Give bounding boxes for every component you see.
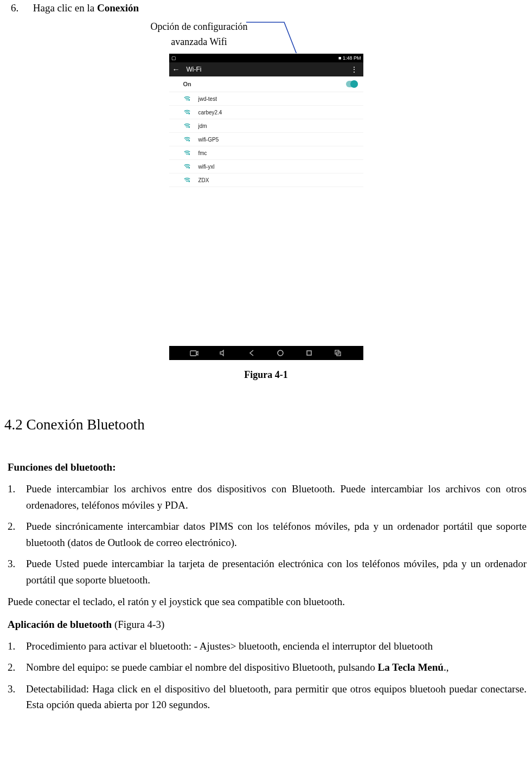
- bold-text: La Tecla Menú: [378, 662, 444, 673]
- network-name: fmc: [198, 150, 207, 156]
- wifi-icon: [183, 149, 191, 157]
- svg-point-8: [278, 350, 283, 356]
- screenshot-nav-icon[interactable]: [333, 349, 343, 357]
- network-name: jwd-test: [198, 96, 217, 102]
- list-item: 1.Puede intercambiar los archivos entre …: [8, 478, 527, 516]
- list-text: Puede intercambiar los archivos entre do…: [26, 481, 527, 513]
- network-row[interactable]: ZDX: [169, 174, 363, 187]
- list-item: 2.Puede sincrónicamente intercambiar dat…: [8, 516, 527, 553]
- on-label: On: [183, 81, 191, 87]
- home-nav-icon[interactable]: [275, 349, 285, 357]
- network-row[interactable]: wifi-GP5: [169, 133, 363, 146]
- wifi-icon: [183, 176, 191, 184]
- camera-nav-icon[interactable]: [189, 349, 199, 357]
- status-right: ■ 1:48 PM: [338, 55, 361, 61]
- list-text: Puede sincrónicamente intercambiar datos…: [26, 518, 527, 550]
- list-text: Puede Usted puede intercambiar la tarjet…: [26, 556, 527, 588]
- svg-rect-9: [307, 351, 311, 355]
- network-name: wifi-GP5: [198, 137, 219, 143]
- wifi-icon: [183, 122, 191, 130]
- wifi-icon: [183, 163, 191, 170]
- list-number: 3.: [8, 556, 26, 588]
- funciones-heading: Funciones del bluetooth:: [8, 459, 527, 475]
- keyboard-paragraph: Puede conectar el teclado, el ratón y el…: [8, 594, 527, 609]
- svg-rect-6: [188, 181, 189, 182]
- aplicacion-heading-rest: (Figura 4-3): [112, 619, 164, 630]
- network-row[interactable]: carbey2.4: [169, 106, 363, 119]
- annotation-line1: Opción de configuración: [151, 21, 248, 32]
- svg-rect-0: [188, 99, 189, 101]
- svg-rect-1: [188, 113, 189, 114]
- wifi-icon: [183, 95, 191, 102]
- network-row[interactable]: wifi-yxl: [169, 160, 363, 174]
- overflow-menu-icon[interactable]: ⋮: [350, 68, 358, 71]
- list-number: 1.: [8, 481, 26, 513]
- wifi-icon: [183, 108, 191, 116]
- wifi-toggle[interactable]: [346, 81, 358, 87]
- nav-bar: [169, 346, 363, 360]
- android-screenshot: ▢ ■ 1:48 PM ← Wi-Fi ⋮ On jwd-testcarbey2…: [169, 53, 364, 361]
- svg-rect-2: [188, 126, 189, 128]
- volume-nav-icon[interactable]: [218, 349, 228, 357]
- status-left: ▢: [171, 55, 176, 61]
- network-name: ZDX: [198, 177, 209, 183]
- figure-caption: Figura 4-1: [0, 369, 532, 381]
- network-name: jdm: [198, 123, 207, 129]
- back-nav-icon[interactable]: [247, 349, 257, 357]
- aplicacion-heading: Aplicación de bluetooth (Figura 4-3): [8, 617, 527, 632]
- recent-nav-icon[interactable]: [304, 349, 314, 357]
- aplicacion-list: 1.Procedimiento para activar el bluetoot…: [8, 635, 527, 716]
- title-bar: ← Wi-Fi ⋮: [169, 62, 363, 76]
- svg-rect-4: [188, 153, 189, 155]
- section-heading: 4.2 Conexión Bluetooth: [4, 416, 532, 433]
- svg-rect-3: [188, 140, 189, 142]
- network-name: wifi-yxl: [198, 164, 215, 170]
- empty-area: [169, 187, 363, 333]
- step-prefix: Haga clic en la: [33, 2, 97, 14]
- list-item: 3.Detectabilidad: Haga click en el dispo…: [8, 678, 527, 716]
- funciones-list: 1.Puede intercambiar los archivos entre …: [8, 478, 527, 590]
- step-bold: Conexión: [97, 2, 139, 14]
- network-row[interactable]: jwd-test: [169, 92, 363, 106]
- list-number: 3.: [8, 681, 26, 713]
- wifi-title: Wi-Fi: [187, 66, 202, 73]
- wifi-on-row: On: [169, 76, 363, 92]
- network-row[interactable]: jdm: [169, 119, 363, 133]
- network-row[interactable]: fmc: [169, 146, 363, 160]
- list-text: Procedimiento para activar el bluetooth:…: [26, 638, 527, 654]
- list-item: 3.Puede Usted puede intercambiar la tarj…: [8, 553, 527, 590]
- list-text: Detectabilidad: Haga click en el disposi…: [26, 681, 527, 713]
- wifi-icon: [183, 136, 191, 143]
- svg-rect-5: [188, 167, 189, 169]
- back-icon[interactable]: ←: [172, 65, 180, 74]
- step-num: 6.: [11, 2, 27, 14]
- status-bar: ▢ ■ 1:48 PM: [169, 54, 363, 62]
- list-item: 1.Procedimiento para activar el bluetoot…: [8, 635, 527, 657]
- network-list: jwd-testcarbey2.4jdmwifi-GP5fmcwifi-yxlZ…: [169, 92, 363, 187]
- list-number: 2.: [8, 518, 26, 550]
- annotation: Opción de configuración avanzada Wifi: [0, 14, 532, 53]
- list-number: 1.: [8, 638, 26, 654]
- annotation-text: Opción de configuración avanzada Wifi: [148, 20, 251, 50]
- network-name: carbey2.4: [198, 110, 222, 115]
- list-text: Nombre del equipo: se puede cambiar el n…: [26, 659, 527, 675]
- annotation-line2: avanzada Wifi: [171, 36, 227, 47]
- list-item: 2.Nombre del equipo: se puede cambiar el…: [8, 657, 527, 678]
- svg-rect-7: [190, 351, 196, 356]
- list-number: 2.: [8, 659, 26, 675]
- aplicacion-heading-bold: Aplicación de bluetooth: [8, 619, 112, 630]
- step-6: 6. Haga clic en la Conexión: [11, 2, 532, 14]
